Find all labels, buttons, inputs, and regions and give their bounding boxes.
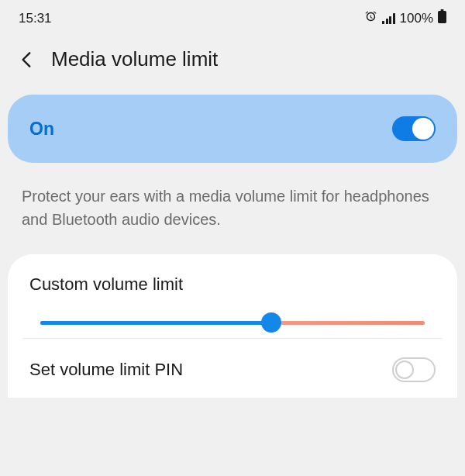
alarm-icon	[364, 10, 377, 27]
slider-fill	[40, 321, 271, 325]
volume-limit-slider[interactable]	[8, 315, 457, 338]
page-header: Media volume limit	[0, 33, 465, 95]
svg-rect-1	[438, 11, 446, 23]
custom-limit-title: Custom volume limit	[8, 274, 457, 315]
master-toggle-card[interactable]: On	[8, 95, 457, 163]
pin-title: Set volume limit PIN	[29, 360, 183, 380]
master-toggle-label: On	[29, 119, 54, 140]
status-bar: 15:31 100%	[0, 0, 465, 33]
status-icons: 100%	[364, 9, 446, 27]
slider-thumb[interactable]	[261, 312, 281, 333]
master-toggle-switch[interactable]	[392, 116, 436, 141]
signal-icon	[382, 12, 395, 24]
pin-toggle-switch[interactable]	[392, 357, 436, 382]
status-time: 15:31	[19, 11, 52, 26]
description-text: Protect your ears with a media volume li…	[0, 185, 465, 254]
back-icon[interactable]	[17, 50, 37, 70]
page-title: Media volume limit	[51, 47, 218, 71]
svg-rect-0	[441, 9, 444, 11]
settings-card: Custom volume limit Set volume limit PIN	[8, 254, 457, 398]
battery-icon	[438, 9, 446, 27]
battery-percent: 100%	[400, 11, 433, 26]
pin-setting-row[interactable]: Set volume limit PIN	[8, 339, 457, 398]
